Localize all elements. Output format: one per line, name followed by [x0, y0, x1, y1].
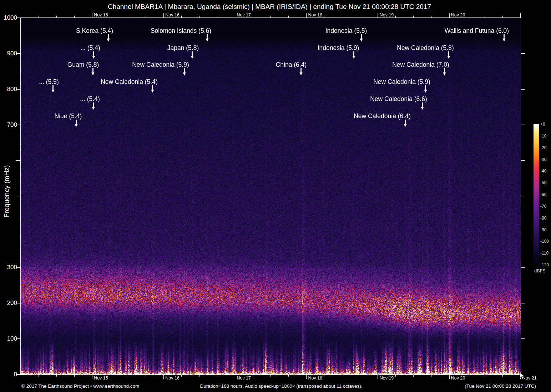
- event-arrow-icon: [359, 34, 364, 42]
- x-minor-tick-bottom: [181, 375, 182, 377]
- y-tick-right: [521, 338, 525, 339]
- event-label: Japan (5.8): [167, 44, 199, 52]
- x-minor-tick-top: [110, 16, 110, 18]
- x-minor-tick-bottom: [467, 375, 467, 377]
- x-major-tick-top: [235, 13, 236, 18]
- event-label: ... (5.4): [80, 95, 100, 103]
- x-minor-tick-top: [431, 16, 431, 18]
- colorbar-tick-label: -50: [540, 180, 551, 185]
- y-tick: [16, 160, 20, 161]
- y-tick-right: [521, 267, 525, 268]
- y-tick-label: 900: [3, 50, 17, 57]
- event-arrow-icon: [442, 68, 447, 76]
- event-label: New Caledonia (7.0): [392, 61, 449, 69]
- colorbar-tick-label: -20: [540, 145, 551, 150]
- event-arrow-icon: [91, 51, 96, 59]
- x-tick-label-top: Nov 18: [308, 12, 323, 17]
- x-major-tick-bottom: [235, 375, 236, 379]
- x-major-tick-top: [378, 13, 378, 18]
- x-minor-tick-top: [146, 16, 146, 18]
- event-arrow-icon: [502, 34, 506, 42]
- x-minor-tick-top: [395, 16, 396, 18]
- x-major-tick-top: [163, 13, 164, 18]
- x-major-tick-top: [306, 13, 307, 18]
- y-tick-label: 0: [3, 371, 17, 378]
- event-label: Indonesia (5.5): [325, 27, 367, 35]
- y-tick-label: 1000: [3, 15, 17, 21]
- x-tick-label-top: Nov 15: [94, 12, 108, 17]
- x-minor-tick-bottom: [485, 375, 485, 377]
- spectrogram-screenshot: Channel MBAR1A | Mbarara, Uganda (seismi…: [0, 0, 551, 392]
- x-minor-tick-top: [199, 16, 199, 18]
- x-minor-tick-top: [217, 16, 217, 18]
- x-minor-tick-bottom: [128, 375, 128, 377]
- event-label: Indonesia (5.9): [318, 44, 359, 52]
- event-arrow-icon: [423, 85, 428, 93]
- x-minor-tick-top: [271, 16, 271, 18]
- x-tick-label-top: Nov 19: [380, 12, 394, 17]
- x-major-tick-top: [520, 13, 521, 18]
- x-major-tick-bottom: [378, 375, 378, 379]
- x-minor-tick-top: [253, 16, 253, 18]
- x-major-tick-bottom: [163, 375, 164, 379]
- footer-timestamp: (Tue Nov 21 00:00:28 2017 UTC): [0, 383, 536, 389]
- y-tick-right: [521, 303, 525, 303]
- x-major-tick-top: [449, 13, 450, 18]
- colorbar-unit-label: dBFS: [532, 268, 548, 273]
- event-label: Niue (5.4): [55, 112, 82, 120]
- x-minor-tick-top: [56, 16, 57, 18]
- x-tick-label-bottom: Nov 19: [380, 376, 394, 381]
- event-label: S.Korea (5.4): [76, 27, 113, 35]
- x-minor-tick-bottom: [146, 375, 146, 377]
- colorbar-tick-label: -30: [540, 157, 551, 162]
- x-minor-tick-top: [467, 16, 467, 18]
- x-minor-tick-top: [39, 16, 39, 18]
- x-minor-tick-top: [324, 16, 324, 18]
- x-minor-tick-bottom: [395, 375, 396, 377]
- x-tick-label-bottom: Nov 20: [451, 376, 465, 381]
- event-label: New Caledonia (6.6): [370, 95, 427, 103]
- x-tick-label-bottom: Nov 16: [165, 376, 180, 381]
- x-minor-tick-top: [288, 16, 289, 18]
- y-tick-right: [521, 89, 525, 90]
- colorbar-tick-label: -100: [540, 239, 551, 244]
- event-arrow-icon: [352, 51, 356, 59]
- event-arrow-icon: [182, 68, 187, 76]
- y-axis-label: Frequency (mHz): [3, 138, 11, 245]
- y-tick-right: [521, 160, 525, 161]
- colorbar-tick-label: -120: [540, 262, 551, 267]
- event-arrow-icon: [51, 85, 55, 93]
- colorbar-tick-label: -70: [540, 204, 551, 209]
- event-arrow-icon: [420, 102, 425, 110]
- event-label: Solomon Islands (5.6): [151, 27, 211, 35]
- colorbar-tick-label: +0: [540, 122, 551, 127]
- y-tick-right: [521, 125, 525, 125]
- x-minor-tick-bottom: [110, 375, 110, 377]
- x-minor-tick-top: [360, 16, 360, 18]
- event-label: ... (5.5): [39, 78, 59, 86]
- x-minor-tick-bottom: [253, 375, 253, 377]
- event-label: New Caledonia (6.4): [354, 112, 411, 120]
- colorbar-tick-label: -40: [540, 169, 551, 174]
- x-tick-label-top: Nov 16: [165, 12, 180, 17]
- event-arrow-icon: [106, 34, 111, 42]
- colorbar-tick-label: -10: [540, 134, 551, 139]
- x-minor-tick-bottom: [324, 375, 324, 377]
- y-tick-label: 700: [3, 122, 17, 128]
- x-major-tick-bottom: [306, 375, 307, 379]
- event-arrow-icon: [91, 102, 96, 110]
- event-arrow-icon: [446, 51, 451, 59]
- colorbar-tick-label: -110: [540, 251, 551, 256]
- x-tick-label-bottom: Nov 17: [237, 376, 251, 381]
- y-tick: [16, 196, 20, 197]
- event-arrow-icon: [403, 120, 408, 127]
- colorbar-tick-label: -90: [540, 227, 551, 232]
- event-arrow-icon: [91, 68, 95, 76]
- x-minor-tick-bottom: [413, 375, 414, 377]
- x-minor-tick-top: [502, 16, 503, 18]
- y-tick: [16, 232, 20, 232]
- x-tick-label-bottom: Nov 18: [308, 376, 323, 381]
- x-minor-tick-top: [485, 16, 485, 18]
- x-tick-label-bottom: Nov 15: [94, 376, 108, 381]
- event-label: Guam (5.8): [67, 61, 99, 69]
